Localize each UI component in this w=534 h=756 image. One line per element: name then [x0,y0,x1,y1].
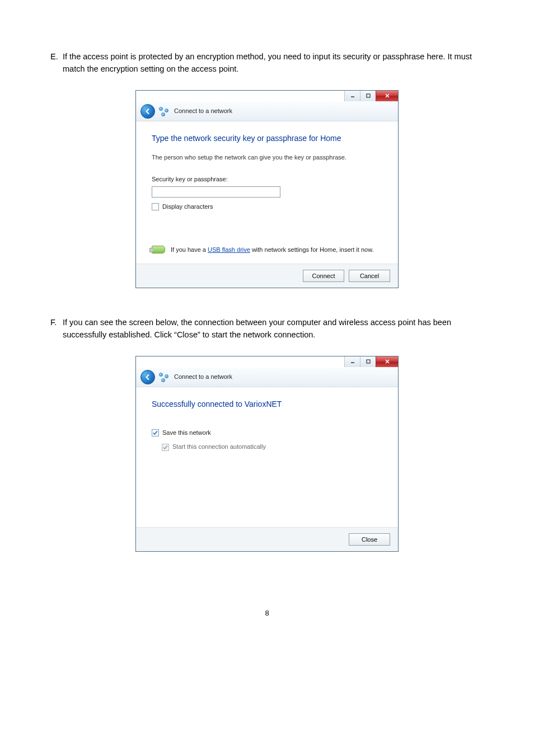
dialog-passphrase: Connect to a network Type the network se… [135,90,399,288]
dialog-footer: Close [136,527,398,551]
minimize-button[interactable] [344,356,360,367]
maximize-button[interactable] [360,356,376,367]
paragraph-f: F. If you can see the screen below, the … [50,316,484,341]
close-dialog-button[interactable]: Close [349,533,390,546]
svg-rect-1 [367,94,370,97]
save-network-row[interactable]: Save this network [152,428,382,438]
start-auto-label: Start this connection automatically [172,442,266,452]
usb-hint-text: If you have a USB flash drive with netwo… [171,245,374,255]
titlebar [136,356,398,368]
dialog-header: Connect to a network [136,368,398,387]
paragraph-e: E. If the access point is protected by a… [50,50,484,76]
dialog-body: Successfully connected to VarioxNET Save… [136,387,398,527]
paragraph-f-text: If you can see the screen below, the con… [63,316,484,341]
save-network-label: Save this network [162,428,211,438]
back-button[interactable] [140,104,155,119]
svg-rect-3 [367,360,370,363]
dialog-heading: Successfully connected to VarioxNET [152,398,382,411]
dialog-header: Connect to a network [136,102,398,121]
maximize-button[interactable] [360,91,376,101]
cancel-button[interactable]: Cancel [349,270,390,282]
page-number: 8 [50,608,484,619]
display-characters-row[interactable]: Display characters [152,202,382,212]
dialog-body: Type the network security key or passphr… [136,121,398,264]
display-characters-label: Display characters [162,202,213,212]
connect-button[interactable]: Connect [303,270,344,282]
paragraph-e-text: If the access point is protected by an e… [63,50,484,76]
network-icon [158,372,168,382]
start-auto-row[interactable]: Start this connection automatically [162,442,382,452]
dialog-heading: Type the network security key or passphr… [152,133,382,145]
save-network-checkbox[interactable] [152,429,159,436]
dialog-success: Connect to a network Successfully connec… [135,356,399,552]
dialog-footer: Connect Cancel [136,264,398,288]
paragraph-f-marker: F. [50,316,63,328]
passphrase-input[interactable] [152,186,280,198]
dialog-title: Connect to a network [174,372,232,382]
start-auto-checkbox[interactable] [162,444,169,451]
titlebar [136,91,398,102]
display-characters-checkbox[interactable] [152,203,159,210]
network-icon [158,106,168,116]
usb-flash-drive-link[interactable]: USB flash drive [208,246,250,253]
back-button[interactable] [140,370,155,384]
passphrase-label: Security key or passphrase: [152,175,382,184]
close-button[interactable] [376,356,398,367]
dialog-title: Connect to a network [174,106,232,116]
usb-hint: If you have a USB flash drive with netwo… [152,245,382,255]
paragraph-e-marker: E. [50,50,63,63]
close-button[interactable] [376,91,398,101]
usb-flash-drive-icon [152,246,165,253]
dialog-subheading: The person who setup the network can giv… [152,153,382,162]
minimize-button[interactable] [344,91,360,101]
